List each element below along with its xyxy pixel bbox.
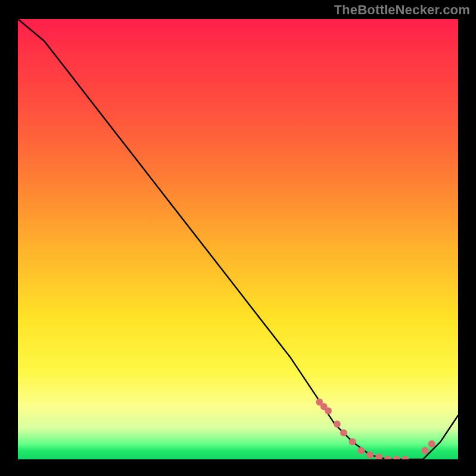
marker-dot xyxy=(375,453,383,459)
marker-dot xyxy=(325,408,332,415)
data-markers xyxy=(316,399,436,459)
chart-frame: TheBottleNecker.com xyxy=(0,0,476,476)
marker-dot xyxy=(358,447,365,454)
marker-dot xyxy=(340,430,347,437)
marker-dot xyxy=(349,438,356,445)
plot-area xyxy=(18,19,458,459)
marker-dot xyxy=(393,456,400,459)
marker-dot xyxy=(334,421,341,428)
attribution-label: TheBottleNecker.com xyxy=(334,2,470,18)
marker-dot xyxy=(384,456,392,459)
chart-overlay xyxy=(18,19,458,459)
data-curve xyxy=(18,19,458,459)
marker-dot xyxy=(428,440,436,447)
marker-dot xyxy=(422,447,429,454)
marker-dot xyxy=(367,452,374,459)
marker-dot xyxy=(402,456,409,459)
